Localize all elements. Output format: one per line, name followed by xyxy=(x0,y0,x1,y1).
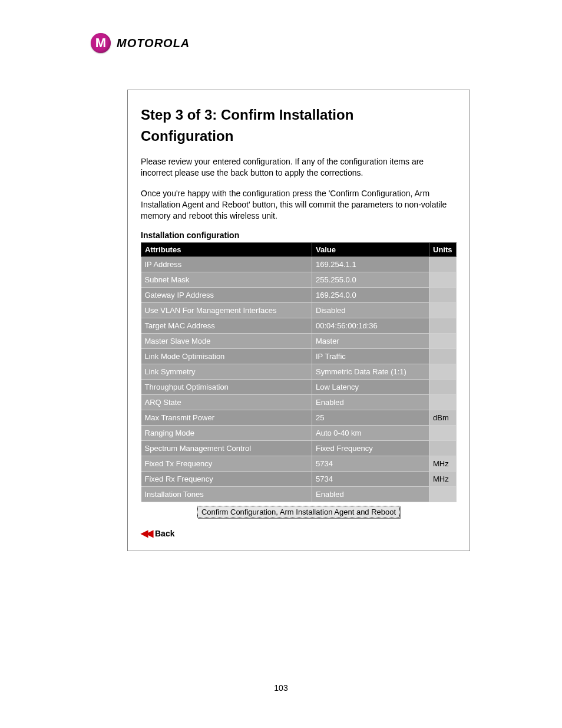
cell-units xyxy=(429,349,457,364)
table-row: Spectrum Management ControlFixed Frequen… xyxy=(141,441,457,456)
cell-value: Master xyxy=(312,334,429,349)
table-row: Use VLAN For Management InterfacesDisabl… xyxy=(141,303,457,318)
confirm-button[interactable]: Confirm Configuration, Arm Installation … xyxy=(197,506,400,518)
table-row: Gateway IP Address169.254.0.0 xyxy=(141,288,457,303)
cell-units: dBm xyxy=(429,410,457,426)
header-units: Units xyxy=(429,243,457,257)
cell-value: Disabled xyxy=(312,303,429,318)
cell-attribute: Installation Tones xyxy=(141,487,312,502)
table-row: Installation TonesEnabled xyxy=(141,487,457,502)
panel-title-line2: Configuration xyxy=(141,128,457,144)
cell-attribute: Subnet Mask xyxy=(141,272,312,288)
cell-units: MHz xyxy=(429,456,457,472)
cell-attribute: IP Address xyxy=(141,257,312,272)
table-row: Subnet Mask255.255.0.0 xyxy=(141,272,457,288)
panel-desc-1: Please review your entered configuration… xyxy=(141,156,457,179)
cell-attribute: Link Symmetry xyxy=(141,364,312,380)
table-body: IP Address169.254.1.1Subnet Mask255.255.… xyxy=(141,257,457,502)
cell-value: IP Traffic xyxy=(312,349,429,364)
page: M MOTOROLA Step 3 of 3: Confirm Installa… xyxy=(0,0,562,728)
header-value: Value xyxy=(312,243,429,257)
cell-value: Enabled xyxy=(312,395,429,410)
panel-desc-2: Once you're happy with the configuration… xyxy=(141,188,457,222)
table-row: Link SymmetrySymmetric Data Rate (1:1) xyxy=(141,364,457,380)
cell-attribute: Max Transmit Power xyxy=(141,410,312,426)
cell-attribute: Use VLAN For Management Interfaces xyxy=(141,303,312,318)
confirm-row: Confirm Configuration, Arm Installation … xyxy=(141,502,457,522)
motorola-logo-icon: M xyxy=(91,33,111,53)
cell-attribute: Master Slave Mode xyxy=(141,334,312,349)
cell-units: MHz xyxy=(429,472,457,487)
section-label: Installation configuration xyxy=(141,230,457,240)
cell-units xyxy=(429,303,457,318)
table-row: Link Mode OptimisationIP Traffic xyxy=(141,349,457,364)
config-table: Attributes Value Units IP Address169.254… xyxy=(141,242,457,502)
back-arrow-icon: ◀◀ xyxy=(141,528,151,539)
cell-value: 5734 xyxy=(312,472,429,487)
cell-attribute: Link Mode Optimisation xyxy=(141,349,312,364)
back-link[interactable]: ◀◀ Back xyxy=(141,528,457,539)
header-attributes: Attributes xyxy=(141,243,312,257)
cell-units xyxy=(429,487,457,502)
cell-value: 5734 xyxy=(312,456,429,472)
cell-attribute: Fixed Rx Frequency xyxy=(141,472,312,487)
cell-units xyxy=(429,364,457,380)
cell-attribute: ARQ State xyxy=(141,395,312,410)
cell-attribute: Throughput Optimisation xyxy=(141,380,312,395)
table-row: Target MAC Address00:04:56:00:1d:36 xyxy=(141,318,457,334)
cell-value: 25 xyxy=(312,410,429,426)
cell-units xyxy=(429,395,457,410)
cell-units xyxy=(429,272,457,288)
cell-value: Symmetric Data Rate (1:1) xyxy=(312,364,429,380)
cell-value: Fixed Frequency xyxy=(312,441,429,456)
table-row: Master Slave ModeMaster xyxy=(141,334,457,349)
cell-units xyxy=(429,380,457,395)
cell-units xyxy=(429,334,457,349)
cell-attribute: Spectrum Management Control xyxy=(141,441,312,456)
cell-attribute: Gateway IP Address xyxy=(141,288,312,303)
motorola-m-glyph: M xyxy=(95,37,106,50)
table-row: Ranging ModeAuto 0-40 km xyxy=(141,426,457,441)
cell-value: Low Latency xyxy=(312,380,429,395)
table-row: Throughput OptimisationLow Latency xyxy=(141,380,457,395)
table-header-row: Attributes Value Units xyxy=(141,243,457,257)
cell-value: 00:04:56:00:1d:36 xyxy=(312,318,429,334)
cell-value: 169.254.0.0 xyxy=(312,288,429,303)
page-number: 103 xyxy=(0,683,562,693)
back-label: Back xyxy=(155,529,174,538)
table-row: Max Transmit Power25dBm xyxy=(141,410,457,426)
table-row: IP Address169.254.1.1 xyxy=(141,257,457,272)
cell-units xyxy=(429,318,457,334)
cell-value: 169.254.1.1 xyxy=(312,257,429,272)
table-row: ARQ StateEnabled xyxy=(141,395,457,410)
cell-units xyxy=(429,257,457,272)
cell-units xyxy=(429,288,457,303)
cell-attribute: Fixed Tx Frequency xyxy=(141,456,312,472)
brand-logo: M MOTOROLA xyxy=(91,33,190,53)
cell-attribute: Target MAC Address xyxy=(141,318,312,334)
table-row: Fixed Tx Frequency5734MHz xyxy=(141,456,457,472)
table-row: Fixed Rx Frequency5734MHz xyxy=(141,472,457,487)
brand-text: MOTOROLA xyxy=(117,37,190,50)
cell-units xyxy=(429,441,457,456)
panel-title-line1: Step 3 of 3: Confirm Installation xyxy=(141,107,457,123)
cell-attribute: Ranging Mode xyxy=(141,426,312,441)
config-panel: Step 3 of 3: Confirm Installation Config… xyxy=(127,90,470,551)
cell-value: 255.255.0.0 xyxy=(312,272,429,288)
cell-value: Auto 0-40 km xyxy=(312,426,429,441)
cell-value: Enabled xyxy=(312,487,429,502)
cell-units xyxy=(429,426,457,441)
